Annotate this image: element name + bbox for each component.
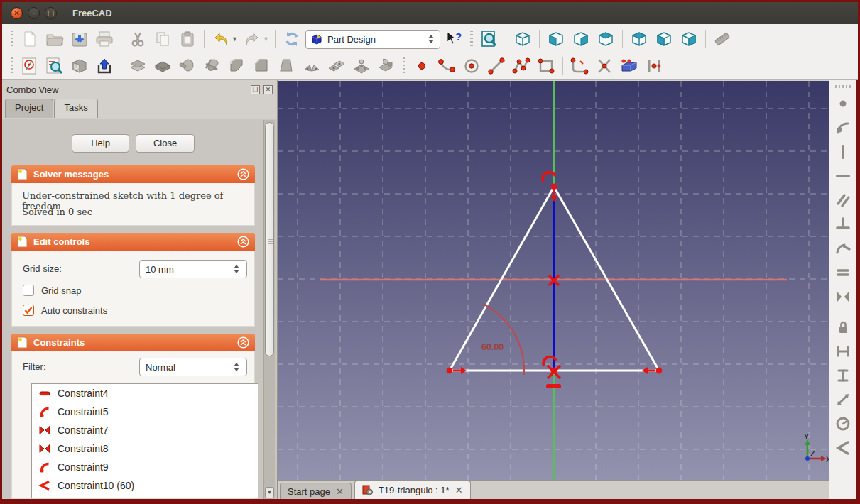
auto-constraints-checkbox[interactable] (23, 305, 34, 316)
tab-close-icon[interactable]: ✕ (455, 485, 463, 495)
fit-all-button[interactable] (478, 28, 501, 50)
angle-constraint-button[interactable] (832, 437, 854, 459)
workbench-selector[interactable]: Part Design (305, 30, 440, 49)
view-top-button[interactable] (570, 28, 592, 50)
circle-button[interactable] (460, 55, 483, 77)
float-panel-icon[interactable]: ❐ (251, 85, 260, 94)
new-file-button[interactable] (18, 28, 41, 50)
constraint-list-item[interactable]: Constraint4 (32, 384, 258, 402)
equal-constraint-button[interactable] (832, 261, 854, 284)
coincident-constraint-button[interactable] (832, 92, 854, 115)
mirrored-button[interactable] (300, 55, 323, 77)
collapse-section-icon[interactable] (237, 168, 249, 180)
constraint-list-item[interactable]: Constraint5 (32, 402, 258, 421)
close-button[interactable]: Close (136, 134, 195, 153)
redo-dropdown-arrow[interactable]: ▼ (263, 35, 270, 43)
tab-project[interactable]: Project (5, 99, 53, 118)
window-close-button[interactable]: ✕ (11, 7, 23, 19)
collapse-section-icon[interactable] (237, 336, 249, 349)
view-left-button[interactable] (677, 28, 700, 50)
perpendicular-constraint-button[interactable] (832, 213, 854, 236)
help-button[interactable]: Help (72, 134, 129, 153)
whats-this-button[interactable]: ? (442, 28, 465, 50)
symmetric-constraint-button[interactable] (832, 285, 854, 308)
vertical-constraint-button[interactable] (832, 141, 854, 163)
close-panel-icon[interactable]: ✕ (263, 85, 273, 94)
toolbar-drag-handle[interactable] (403, 57, 405, 75)
collapse-section-icon[interactable] (237, 236, 249, 248)
open-folder-button[interactable] (43, 28, 66, 50)
tab-start-page[interactable]: Start page ✕ (280, 483, 352, 499)
view-front-button[interactable] (545, 28, 567, 50)
filter-select[interactable]: Normal (139, 358, 247, 376)
multi-transform-button[interactable] (375, 55, 398, 77)
horizontal-distance-constraint-button[interactable] (832, 340, 854, 363)
constraint-list[interactable]: Constraint4 Constraint5 Constraint7 Cons… (31, 383, 258, 498)
paste-button[interactable] (176, 28, 199, 50)
trim-edge-button[interactable] (593, 55, 616, 77)
view-right-button[interactable] (594, 28, 617, 50)
pocket-button[interactable] (151, 55, 174, 77)
undo-dropdown-arrow[interactable]: ▼ (232, 35, 239, 43)
print-button[interactable] (93, 28, 116, 50)
titlebar[interactable]: ✕ – ▢ FreeCAD (2, 2, 858, 24)
draft-button[interactable] (276, 55, 298, 77)
groove-button[interactable] (201, 55, 224, 77)
horizontal-constraint-button[interactable] (832, 165, 854, 187)
toolbar-drag-handle[interactable] (835, 85, 851, 88)
grid-size-spinner[interactable] (234, 265, 241, 273)
grid-size-input[interactable]: 10 mm (139, 260, 247, 278)
distance-constraint-button[interactable] (832, 388, 854, 411)
tangent-constraint-button[interactable] (832, 237, 854, 260)
constraint-list-item[interactable]: Constraint10 (60) (32, 476, 258, 495)
tab-document[interactable]: T19-triangulo : 1* ✕ (354, 481, 471, 499)
toggle-construction-button[interactable] (643, 55, 665, 77)
filter-select-arrows[interactable] (234, 363, 241, 371)
toolbar-drag-handle[interactable] (470, 31, 473, 48)
panel-scrollbar[interactable]: ▼ (263, 120, 275, 499)
save-button[interactable] (68, 28, 91, 50)
panel-scrollbar-down-button[interactable]: ▼ (265, 487, 274, 498)
refresh-button[interactable] (281, 28, 303, 50)
parallel-constraint-button[interactable] (832, 189, 854, 212)
radius-constraint-button[interactable] (832, 412, 854, 435)
tab-tasks[interactable]: Tasks (54, 99, 97, 118)
linear-pattern-button[interactable] (325, 55, 348, 77)
view-bottom-button[interactable] (653, 28, 675, 50)
tab-close-icon[interactable]: ✕ (336, 486, 344, 497)
window-maximize-button[interactable]: ▢ (45, 7, 57, 19)
view-rear-button[interactable] (628, 28, 651, 50)
edit-sketch-button[interactable] (43, 55, 66, 77)
vertical-distance-constraint-button[interactable] (832, 364, 854, 387)
constraint-list-item[interactable]: Constraint8 (32, 439, 258, 458)
point-on-object-constraint-button[interactable] (832, 116, 854, 139)
line-button[interactable] (485, 55, 508, 77)
constraint-list-item[interactable]: Constraint9 (32, 458, 258, 476)
panel-scrollbar-thumb[interactable] (265, 122, 274, 356)
view-axonometric-button[interactable] (511, 28, 534, 50)
workbench-selector-arrows[interactable] (428, 35, 435, 43)
undo-button[interactable] (209, 28, 232, 50)
copy-button[interactable] (151, 28, 174, 50)
point-button[interactable] (410, 55, 433, 77)
revolution-button[interactable] (176, 55, 199, 77)
constraints-header[interactable]: Constraints (11, 334, 255, 351)
create-sketch-button[interactable] (18, 55, 41, 77)
map-sketch-button[interactable] (68, 55, 91, 77)
constraint-list-item[interactable]: Constraint7 (32, 421, 258, 439)
measure-distance-button[interactable] (711, 28, 734, 50)
sketch-fillet-button[interactable] (568, 55, 591, 77)
toolbar-drag-handle[interactable] (11, 57, 13, 75)
arc-button[interactable] (435, 55, 458, 77)
toolbar-drag-handle[interactable] (11, 31, 13, 48)
polyline-button[interactable] (510, 55, 533, 77)
edit-controls-header[interactable]: Edit controls (11, 233, 255, 251)
grid-snap-checkbox[interactable] (23, 285, 34, 296)
cut-button[interactable] (126, 28, 149, 50)
fillet-button[interactable] (226, 55, 249, 77)
pad-button[interactable] (126, 55, 149, 77)
chamfer-button[interactable] (251, 55, 273, 77)
lock-constraint-button[interactable] (832, 316, 854, 339)
external-geometry-button[interactable] (618, 55, 641, 77)
solver-messages-header[interactable]: Solver messages (11, 165, 255, 183)
